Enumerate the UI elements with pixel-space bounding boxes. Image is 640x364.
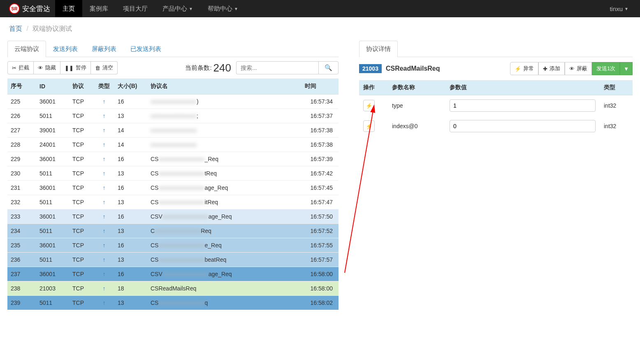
th-type[interactable]: 类型 — [94, 78, 114, 94]
table-row[interactable]: 22824001TCP↑14xxxxxxxxxxxxxxxx16:57:38 — [7, 138, 339, 152]
table-row[interactable]: 22536001TCP↑16xxxxxxxxxxxxxxxx)16:57:34 — [7, 94, 339, 109]
tab-0[interactable]: 云端协议 — [7, 41, 46, 57]
arrow-up-icon: ↑ — [103, 228, 106, 234]
param-row: ⚡typeint32 — [359, 95, 633, 116]
th-proto[interactable]: 协议 — [69, 78, 94, 94]
breadcrumb-current: 双端协议测试 — [32, 25, 72, 32]
table-row[interactable]: 2305011TCP↑13CSxxxxxxxxxxxxxxxxtReq16:57… — [7, 166, 339, 181]
send-dropdown-button[interactable]: ▼ — [620, 62, 633, 75]
pause-icon: ❚❚ — [65, 65, 74, 71]
bolt-icon: ⚡ — [515, 66, 521, 72]
table-row[interactable]: 2325011TCP↑13CSxxxxxxxxxxxxxxxxitReq16:5… — [7, 195, 339, 210]
tab-1[interactable]: 发送列表 — [46, 41, 85, 57]
caret-down-icon: ▼ — [624, 7, 628, 11]
scissors-icon: ✂ — [12, 65, 16, 71]
count-label: 当前条数: — [185, 64, 211, 72]
eye-slash-icon: 👁 — [38, 65, 43, 71]
param-value-input[interactable] — [450, 120, 596, 132]
username: tinxu — [610, 5, 623, 12]
param-row: ⚡indexs@0int32 — [359, 116, 633, 136]
eye-slash-icon: 👁 — [569, 66, 575, 72]
search-icon: 🔍 — [325, 64, 332, 71]
arrow-up-icon: ↑ — [103, 213, 106, 220]
table-row[interactable]: 23336001TCP↑16CSVxxxxxxxxxxxxxxxxage_Req… — [7, 210, 339, 224]
brand[interactable]: SR 安全雷达 — [4, 0, 55, 17]
protocol-list-panel: 云端协议发送列表屏蔽列表已发送列表 ✂拦截 👁隐藏 ❚❚暂停 🗑清空 当前条数:… — [7, 41, 339, 311]
detail-tabs: 协议详情 — [359, 41, 633, 57]
nav-item-1[interactable]: 案例库 — [82, 0, 116, 17]
tab-detail[interactable]: 协议详情 — [359, 41, 398, 57]
arrow-up-icon: ↑ — [103, 256, 106, 263]
param-name: type — [388, 95, 445, 116]
param-name: indexs@0 — [388, 116, 445, 136]
tab-2[interactable]: 屏蔽列表 — [85, 41, 123, 57]
table-row[interactable]: 2395011TCP↑13CSxxxxxxxxxxxxxxxxq16:58:02 — [7, 296, 339, 310]
caret-down-icon: ▼ — [189, 7, 193, 11]
bolt-icon: ⚡ — [366, 123, 373, 129]
param-value-input[interactable] — [450, 99, 596, 112]
tab-3[interactable]: 已发送列表 — [123, 41, 168, 57]
table-row[interactable]: 2365011TCP↑13CSxxxxxxxxxxxxxxxxbeatReq16… — [7, 253, 339, 267]
caret-down-icon: ▼ — [624, 66, 629, 72]
breadcrumb: 首页 / 双端协议测试 — [0, 17, 640, 41]
table-row[interactable]: 2345011TCP↑13CxxxxxxxxxxxxxxxxReq16:57:5… — [7, 224, 339, 238]
arrow-up-icon: ↑ — [103, 127, 106, 134]
logo-icon: SR — [9, 3, 20, 14]
user-menu[interactable]: tinxu ▼ — [602, 0, 636, 17]
arrow-up-icon: ↑ — [103, 199, 106, 205]
count-value: 240 — [213, 62, 231, 74]
table-row[interactable]: 23536001TCP↑16CSxxxxxxxxxxxxxxxxe_Req16:… — [7, 238, 339, 253]
send-button[interactable]: 发送1次 — [592, 62, 620, 75]
trash-icon: 🗑 — [95, 65, 100, 71]
th-seq[interactable]: 序号 — [7, 78, 36, 94]
th-pval: 参数值 — [445, 80, 600, 95]
mask-button[interactable]: 👁屏蔽 — [565, 62, 592, 75]
arrow-up-icon: ↑ — [103, 170, 106, 177]
table-row[interactable]: 23136001TCP↑16CSxxxxxxxxxxxxxxxxage_Req1… — [7, 181, 339, 195]
th-op: 操作 — [359, 80, 388, 95]
search-input[interactable] — [236, 61, 318, 74]
th-pname: 参数名称 — [388, 80, 445, 95]
param-table: 操作 参数名称 参数值 类型 ⚡typeint32⚡indexs@0int32 — [359, 80, 633, 136]
th-name[interactable]: 协议名 — [147, 78, 301, 94]
nav-item-0[interactable]: 主页 — [55, 0, 82, 17]
table-row[interactable]: 2265011TCP↑13xxxxxxxxxxxxxxxx;16:57:37 — [7, 109, 339, 123]
param-type: int32 — [600, 95, 633, 116]
toolbar: ✂拦截 👁隐藏 ❚❚暂停 🗑清空 当前条数: 240 🔍 — [7, 57, 339, 78]
search-button[interactable]: 🔍 — [318, 61, 339, 74]
table-row[interactable]: 23821003TCP↑18CSReadMailsReq16:58:00 — [7, 281, 339, 296]
bolt-icon: ⚡ — [366, 103, 373, 109]
nav-item-3[interactable]: 产品中心▼ — [155, 0, 200, 17]
exception-button[interactable]: ⚡异常 — [510, 62, 538, 75]
table-row[interactable]: 23736001TCP↑16CSVxxxxxxxxxxxxxxxxage_Req… — [7, 267, 339, 281]
hide-button[interactable]: 👁隐藏 — [34, 61, 60, 74]
left-tabs: 云端协议发送列表屏蔽列表已发送列表 — [7, 41, 339, 57]
protocol-table: 序号 ID 协议 类型 大小(B) 协议名 时间 22536001TCP↑16x… — [7, 78, 339, 310]
arrow-up-icon: ↑ — [103, 156, 106, 162]
protocol-title: CSReadMailsReq — [386, 65, 440, 72]
detail-panel: 协议详情 21003 CSReadMailsReq ⚡异常 ✚添加 👁屏蔽 发送… — [359, 41, 633, 136]
arrow-up-icon: ↑ — [103, 285, 106, 292]
nav-item-4[interactable]: 帮助中心▼ — [200, 0, 246, 17]
param-action-button[interactable]: ⚡ — [363, 100, 375, 111]
table-row[interactable]: 22936001TCP↑16CSxxxxxxxxxxxxxxxx_Req16:5… — [7, 152, 339, 166]
th-id[interactable]: ID — [36, 78, 69, 94]
param-type: int32 — [600, 116, 633, 136]
arrow-up-icon: ↑ — [103, 141, 106, 148]
arrow-up-icon: ↑ — [103, 242, 106, 249]
add-button[interactable]: ✚添加 — [538, 62, 565, 75]
th-size[interactable]: 大小(B) — [114, 78, 147, 94]
th-time[interactable]: 时间 — [301, 78, 339, 94]
pause-button[interactable]: ❚❚暂停 — [60, 61, 91, 74]
clear-button[interactable]: 🗑清空 — [91, 61, 118, 74]
arrow-up-icon: ↑ — [103, 113, 106, 119]
breadcrumb-home[interactable]: 首页 — [9, 25, 22, 32]
table-scroll[interactable]: 序号 ID 协议 类型 大小(B) 协议名 时间 22536001TCP↑16x… — [7, 78, 339, 311]
param-action-button[interactable]: ⚡ — [363, 120, 375, 132]
plus-icon: ✚ — [543, 66, 547, 72]
intercept-button[interactable]: ✂拦截 — [7, 61, 34, 74]
table-row[interactable]: 22739001TCP↑14xxxxxxxxxxxxxxxx16:57:38 — [7, 123, 339, 138]
arrow-up-icon: ↑ — [103, 299, 106, 306]
nav-item-2[interactable]: 项目大厅 — [116, 0, 155, 17]
detail-header: 21003 CSReadMailsReq ⚡异常 ✚添加 👁屏蔽 发送1次 ▼ — [359, 62, 633, 75]
